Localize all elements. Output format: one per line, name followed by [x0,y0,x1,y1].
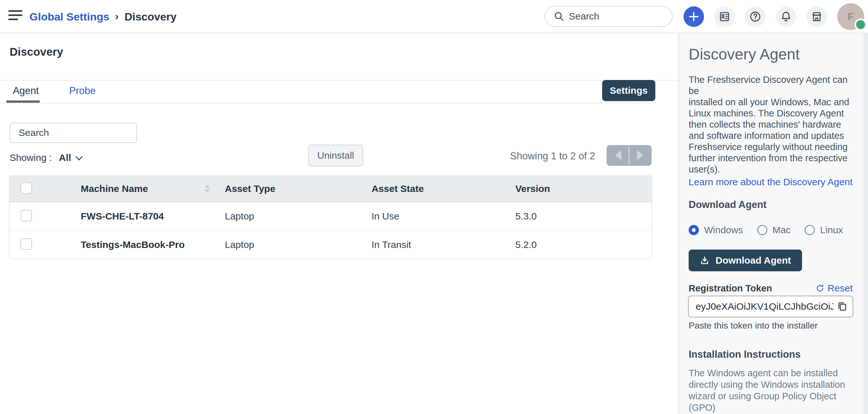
token-label-row: Registration Token Reset [689,283,852,294]
download-icon [700,255,710,266]
installation-instructions-heading: Installation Instructions [689,349,801,360]
global-search-input[interactable] [569,11,658,22]
freshservice-admin-screen: Global Settings › Discovery [0,0,868,414]
pagination-summary: Showing 1 to 2 of 2 [510,146,595,166]
breadcrumb-global-settings-link[interactable]: Global Settings [29,10,109,23]
page-title: Discovery [10,45,63,58]
filter-value: All [59,152,71,163]
agent-search-input[interactable] [10,123,137,143]
machine-name-header-label: Machine Name [81,183,148,194]
copy-icon [837,301,847,312]
download-agent-button-label: Download Agent [716,255,791,266]
panel-title: Discovery Agent [689,45,800,63]
filter-dropdown[interactable]: All [59,152,81,163]
column-header-asset-type[interactable]: Asset Type [225,183,372,194]
radio-windows-label: Windows [704,225,743,236]
notifications-button[interactable] [776,6,796,27]
table-row[interactable]: Testings-MacBook-Pro Laptop In Transit 5… [10,230,651,258]
radio-mac[interactable]: Mac [757,225,791,236]
storefront-icon [811,10,823,23]
asset-type-cell: Laptop [225,239,372,250]
help-button[interactable] [745,6,766,27]
avatar-initial: F [847,11,854,23]
sort-icon[interactable] [204,185,210,193]
column-header-version[interactable]: Version [515,183,651,194]
select-all-checkbox[interactable] [21,182,32,194]
radio-windows[interactable]: Windows [689,225,743,236]
agents-table: Machine Name Asset Type Asset State Vers… [9,175,652,259]
showing-label: Showing : [10,152,52,163]
bell-icon [780,10,792,23]
radio-linux[interactable]: Linux [805,225,843,236]
chevron-down-icon [75,153,83,161]
learn-more-link[interactable]: Learn more about the Discovery Agent [689,177,852,187]
reset-icon [815,284,825,293]
registration-token-input[interactable] [696,301,833,312]
tabs-divider [0,103,654,103]
breadcrumb-current: Discovery [125,10,177,23]
column-header-asset-state[interactable]: Asset State [372,183,515,194]
asset-state-cell: In Transit [372,239,515,250]
settings-button[interactable]: Settings [602,80,655,101]
panel-description: The Freshservice Discovery Agent can be … [689,74,856,175]
column-header-machine-name[interactable]: Machine Name [81,183,225,194]
search-icon [554,11,564,22]
radio-windows-control[interactable] [689,225,699,235]
quick-create-button[interactable] [683,6,704,27]
next-page-button[interactable] [629,146,651,165]
radio-linux-label: Linux [820,225,843,236]
table-row[interactable]: FWS-CHE-LT-8704 Laptop In Use 5.3.0 [10,202,651,230]
next-arrow-icon [637,150,644,160]
title-divider [0,80,678,81]
top-bar: Global Settings › Discovery [0,0,868,33]
installation-instructions-text: The Windows agent can be installed direc… [689,367,858,414]
copy-token-button[interactable] [837,301,847,312]
previous-arrow-icon [615,150,621,160]
reset-link-label: Reset [828,283,852,294]
freshworks-switcher-button[interactable] [714,6,735,27]
breadcrumb: Global Settings › Discovery [29,0,177,33]
panel-scrollbar[interactable] [864,33,868,414]
discovery-agent-panel: Discovery Agent The Freshservice Discove… [678,33,868,414]
machine-name-cell: Testings-MacBook-Pro [81,239,225,250]
radio-linux-control[interactable] [805,225,815,235]
row-checkbox[interactable] [21,210,32,221]
asset-type-cell: Laptop [225,211,372,222]
pagination-controls [607,145,651,166]
previous-page-button[interactable] [607,146,629,165]
registration-token-field [688,296,853,317]
machine-name-cell: FWS-CHE-LT-8704 [81,211,225,222]
table-header-row: Machine Name Asset Type Asset State Vers… [10,176,651,202]
version-cell: 5.3.0 [515,211,651,222]
question-mark-icon [749,10,761,23]
presence-indicator [855,19,867,31]
registration-token-label: Registration Token [689,283,772,294]
uninstall-button[interactable]: Uninstall [308,145,363,166]
row-checkbox[interactable] [21,238,32,250]
plus-icon [688,10,700,23]
main-content: Discovery Agent Probe Settings Showing :… [0,33,678,414]
tab-probe[interactable]: Probe [69,85,96,97]
os-radio-group: Windows Mac Linux [689,225,843,236]
radio-mac-control[interactable] [757,225,768,235]
version-cell: 5.2.0 [515,239,651,250]
user-avatar[interactable]: F [837,3,864,30]
marketplace-button[interactable] [806,6,827,27]
breadcrumb-separator-icon: › [115,10,119,23]
radio-mac-label: Mac [773,225,791,236]
hamburger-menu-icon[interactable] [8,10,23,23]
global-search[interactable] [545,6,673,27]
top-bar-actions: F [683,0,868,33]
download-agent-button[interactable]: Download Agent [689,249,802,271]
download-agent-heading: Download Agent [689,199,767,210]
asset-state-cell: In Use [372,211,515,222]
filter-row: Showing : All [10,152,81,163]
reset-token-link[interactable]: Reset [815,283,852,294]
tab-agent[interactable]: Agent [13,85,39,97]
token-helper-text: Paste this token into the installer [689,320,818,331]
contact-card-icon [718,10,731,23]
